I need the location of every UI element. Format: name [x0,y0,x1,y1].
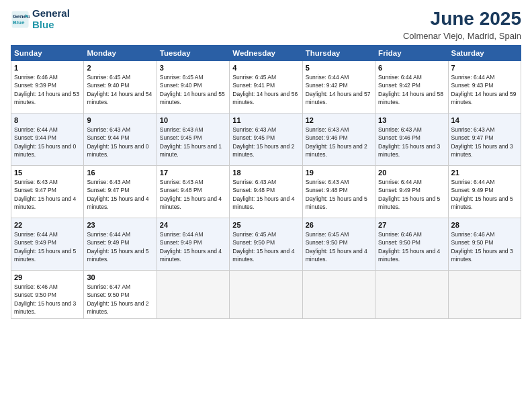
calendar-week-5: 29Sunrise: 6:46 AMSunset: 9:50 PMDayligh… [11,271,521,319]
logo: General Blue General Blue [11,8,70,30]
day-info: Sunrise: 6:45 AMSunset: 9:50 PMDaylight:… [306,230,372,263]
day-number: 24 [160,221,226,229]
day-info: Sunrise: 6:45 AMSunset: 9:40 PMDaylight:… [160,73,226,106]
day-info: Sunrise: 6:44 AMSunset: 9:49 PMDaylight:… [451,178,518,211]
day-number: 14 [451,116,518,124]
day-info: Sunrise: 6:43 AMSunset: 9:48 PMDaylight:… [160,178,226,211]
calendar-cell: 8Sunrise: 6:44 AMSunset: 9:44 PMDaylight… [11,113,84,166]
day-number: 11 [232,116,299,124]
day-info: Sunrise: 6:43 AMSunset: 9:45 PMDaylight:… [160,126,226,158]
day-info: Sunrise: 6:44 AMSunset: 9:49 PMDaylight:… [87,230,153,263]
calendar-cell: 11Sunrise: 6:43 AMSunset: 9:45 PMDayligh… [230,113,302,166]
day-number: 27 [378,221,445,229]
calendar-cell: 21Sunrise: 6:44 AMSunset: 9:49 PMDayligh… [448,166,521,218]
day-number: 30 [87,273,153,281]
day-info: Sunrise: 6:44 AMSunset: 9:49 PMDaylight:… [378,178,445,211]
day-info: Sunrise: 6:45 AMSunset: 9:40 PMDaylight:… [87,73,153,106]
calendar-subtitle: Colmenar Viejo, Madrid, Spain [403,31,521,41]
day-info: Sunrise: 6:43 AMSunset: 9:45 PMDaylight:… [232,126,299,158]
day-info: Sunrise: 6:44 AMSunset: 9:42 PMDaylight:… [306,73,372,106]
day-info: Sunrise: 6:43 AMSunset: 9:46 PMDaylight:… [378,126,445,158]
calendar-cell: 18Sunrise: 6:43 AMSunset: 9:48 PMDayligh… [230,166,302,218]
day-info: Sunrise: 6:43 AMSunset: 9:47 PMDaylight:… [451,126,518,158]
day-info: Sunrise: 6:43 AMSunset: 9:47 PMDaylight:… [87,178,153,211]
calendar-cell: 9Sunrise: 6:43 AMSunset: 9:44 PMDaylight… [84,113,157,166]
col-monday: Monday [84,46,157,61]
day-info: Sunrise: 6:43 AMSunset: 9:47 PMDaylight:… [14,178,81,211]
svg-text:Blue: Blue [13,19,25,26]
calendar-cell [157,271,229,319]
day-number: 10 [160,116,226,124]
calendar-cell: 7Sunrise: 6:44 AMSunset: 9:43 PMDaylight… [448,61,521,113]
calendar-cell: 25Sunrise: 6:45 AMSunset: 9:50 PMDayligh… [230,218,302,271]
day-number: 4 [232,64,299,72]
calendar-cell: 26Sunrise: 6:45 AMSunset: 9:50 PMDayligh… [302,218,375,271]
col-wednesday: Wednesday [230,46,302,61]
calendar-cell: 20Sunrise: 6:44 AMSunset: 9:49 PMDayligh… [375,166,448,218]
day-info: Sunrise: 6:46 AMSunset: 9:50 PMDaylight:… [378,230,445,263]
calendar-cell: 23Sunrise: 6:44 AMSunset: 9:49 PMDayligh… [84,218,157,271]
day-info: Sunrise: 6:47 AMSunset: 9:50 PMDaylight:… [87,283,153,316]
calendar-cell: 2Sunrise: 6:45 AMSunset: 9:40 PMDaylight… [84,61,157,113]
calendar-cell: 14Sunrise: 6:43 AMSunset: 9:47 PMDayligh… [448,113,521,166]
calendar-cell: 4Sunrise: 6:45 AMSunset: 9:41 PMDaylight… [230,61,302,113]
calendar-cell: 3Sunrise: 6:45 AMSunset: 9:40 PMDaylight… [157,61,229,113]
day-info: Sunrise: 6:43 AMSunset: 9:48 PMDaylight:… [232,178,299,211]
day-number: 17 [160,169,226,177]
day-info: Sunrise: 6:46 AMSunset: 9:50 PMDaylight:… [14,283,81,316]
day-info: Sunrise: 6:43 AMSunset: 9:48 PMDaylight:… [306,178,372,211]
calendar-table: Sunday Monday Tuesday Wednesday Thursday… [11,45,521,319]
calendar-cell: 5Sunrise: 6:44 AMSunset: 9:42 PMDaylight… [302,61,375,113]
day-number: 7 [451,64,518,72]
calendar-cell: 27Sunrise: 6:46 AMSunset: 9:50 PMDayligh… [375,218,448,271]
title-block: June 2025 Colmenar Viejo, Madrid, Spain [403,8,521,41]
day-number: 9 [87,116,153,124]
calendar-cell [230,271,302,319]
calendar-cell [448,271,521,319]
day-number: 25 [232,221,299,229]
day-number: 16 [87,169,153,177]
logo-text: General Blue [32,8,70,30]
day-info: Sunrise: 6:46 AMSunset: 9:39 PMDaylight:… [14,73,81,106]
day-number: 22 [14,221,81,229]
day-number: 18 [232,169,299,177]
day-number: 3 [160,64,226,72]
day-info: Sunrise: 6:44 AMSunset: 9:44 PMDaylight:… [14,126,81,158]
calendar-cell [302,271,375,319]
day-info: Sunrise: 6:44 AMSunset: 9:49 PMDaylight:… [14,230,81,263]
page: General Blue General Blue June 2025 Colm… [0,0,532,411]
day-number: 2 [87,64,153,72]
day-info: Sunrise: 6:43 AMSunset: 9:44 PMDaylight:… [87,126,153,158]
col-thursday: Thursday [302,46,375,61]
day-number: 26 [306,221,372,229]
calendar-cell: 28Sunrise: 6:46 AMSunset: 9:50 PMDayligh… [448,218,521,271]
calendar-week-2: 8Sunrise: 6:44 AMSunset: 9:44 PMDaylight… [11,113,521,166]
day-number: 6 [378,64,445,72]
day-info: Sunrise: 6:44 AMSunset: 9:43 PMDaylight:… [451,73,518,106]
day-number: 1 [14,64,81,72]
logo-line2: Blue [32,19,54,30]
col-sunday: Sunday [11,46,84,61]
col-tuesday: Tuesday [157,46,229,61]
logo-line1: General [32,8,70,19]
day-info: Sunrise: 6:45 AMSunset: 9:50 PMDaylight:… [232,230,299,263]
day-number: 8 [14,116,81,124]
day-number: 20 [378,169,445,177]
col-friday: Friday [375,46,448,61]
calendar-cell [375,271,448,319]
calendar-cell: 13Sunrise: 6:43 AMSunset: 9:46 PMDayligh… [375,113,448,166]
day-info: Sunrise: 6:44 AMSunset: 9:49 PMDaylight:… [160,230,226,263]
col-saturday: Saturday [448,46,521,61]
calendar-cell: 10Sunrise: 6:43 AMSunset: 9:45 PMDayligh… [157,113,229,166]
day-number: 21 [451,169,518,177]
calendar-cell: 16Sunrise: 6:43 AMSunset: 9:47 PMDayligh… [84,166,157,218]
calendar-cell: 17Sunrise: 6:43 AMSunset: 9:48 PMDayligh… [157,166,229,218]
calendar-cell: 15Sunrise: 6:43 AMSunset: 9:47 PMDayligh… [11,166,84,218]
day-info: Sunrise: 6:43 AMSunset: 9:46 PMDaylight:… [306,126,372,158]
calendar-week-3: 15Sunrise: 6:43 AMSunset: 9:47 PMDayligh… [11,166,521,218]
calendar-cell: 12Sunrise: 6:43 AMSunset: 9:46 PMDayligh… [302,113,375,166]
day-number: 5 [306,64,372,72]
calendar-cell: 6Sunrise: 6:44 AMSunset: 9:42 PMDaylight… [375,61,448,113]
calendar-cell: 22Sunrise: 6:44 AMSunset: 9:49 PMDayligh… [11,218,84,271]
day-number: 15 [14,169,81,177]
